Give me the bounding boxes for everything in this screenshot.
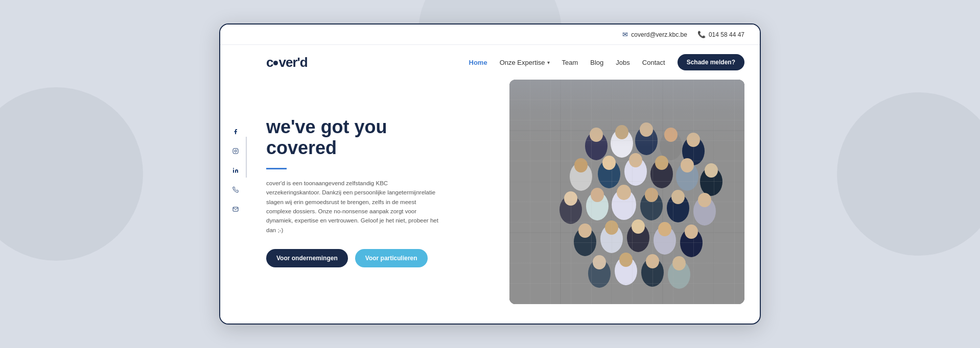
btn-ondernemingen[interactable]: Voor ondernemingen: [266, 249, 348, 267]
nav-blog[interactable]: Blog: [590, 59, 603, 66]
nav-home[interactable]: Home: [469, 59, 487, 66]
phone-sidebar-icon[interactable]: [230, 185, 241, 195]
logo-dot: [273, 61, 278, 65]
team-photo: [509, 80, 744, 304]
phone-contact: 📞 014 58 44 47: [697, 31, 744, 38]
email-contact: ✉ coverd@verz.kbc.be: [622, 31, 687, 38]
nav-expertise[interactable]: Onze Expertise ▾: [500, 59, 550, 66]
nav-bar: cver'd Home Onze Expertise ▾ Team Blog J…: [251, 45, 760, 80]
page-area: cver'd Home Onze Expertise ▾ Team Blog J…: [251, 45, 760, 318]
hero-section: we've got you covered cover'd is een too…: [251, 80, 760, 318]
floor-texture: [509, 80, 744, 304]
btn-particulieren[interactable]: Voor particulieren: [355, 249, 428, 267]
bg-circle-right: [837, 92, 980, 256]
nav-team[interactable]: Team: [562, 59, 578, 66]
svg-point-1: [235, 150, 237, 152]
hero-buttons: Voor ondernemingen Voor particulieren: [266, 249, 494, 267]
image-overlay: [509, 80, 744, 110]
cta-button[interactable]: Schade melden?: [678, 54, 744, 70]
hero-body: cover'd is een toonaangevend zelfstandig…: [266, 179, 440, 235]
svg-rect-0: [233, 148, 238, 154]
main-content: cver'd Home Onze Expertise ▾ Team Blog J…: [220, 45, 760, 318]
phone-number: 014 58 44 47: [709, 31, 744, 38]
svg-point-3: [233, 168, 234, 169]
sidebar: [220, 50, 251, 324]
hero-title: we've got you covered: [266, 116, 494, 159]
phone-icon: 📞: [697, 31, 706, 38]
contact-info: ✉ coverd@verz.kbc.be 📞 014 58 44 47: [622, 31, 744, 38]
bg-circle-left: [0, 87, 143, 261]
nav-jobs[interactable]: Jobs: [616, 59, 629, 66]
hero-divider: [266, 168, 287, 169]
instagram-icon[interactable]: [230, 146, 241, 156]
browser-window: ✉ coverd@verz.kbc.be 📞 014 58 44 47: [219, 23, 761, 325]
email-address: coverd@verz.kbc.be: [631, 31, 687, 38]
svg-point-2: [237, 150, 237, 150]
top-bar: ✉ coverd@verz.kbc.be 📞 014 58 44 47: [220, 24, 760, 45]
nav-contact[interactable]: Contact: [642, 59, 665, 66]
sidebar-divider: [246, 137, 247, 178]
linkedin-icon[interactable]: [230, 165, 241, 176]
chevron-down-icon: ▾: [547, 60, 550, 65]
hero-image: [509, 80, 744, 304]
logo-apostrophe: ': [297, 55, 300, 70]
email-sidebar-icon[interactable]: [230, 204, 241, 214]
logo: cver'd: [266, 55, 308, 70]
facebook-icon[interactable]: [230, 127, 241, 137]
main-nav: Home Onze Expertise ▾ Team Blog Jobs Con…: [469, 54, 744, 70]
email-icon: ✉: [622, 31, 628, 38]
hero-left: we've got you covered cover'd is een too…: [266, 106, 494, 278]
